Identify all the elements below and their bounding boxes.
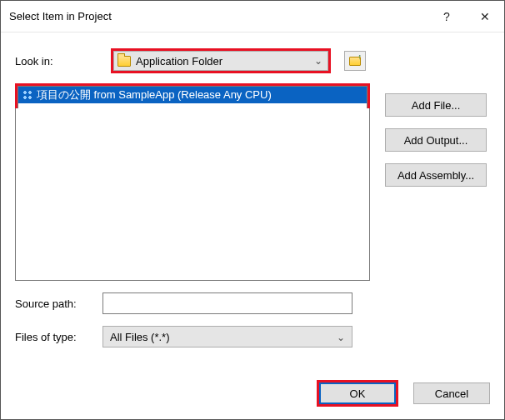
folder-icon — [118, 56, 131, 67]
up-one-level-button[interactable] — [344, 51, 366, 71]
cancel-button[interactable]: Cancel — [413, 382, 490, 404]
files-of-type-row: Files of type: All Files (*.*) ⌄ — [15, 326, 490, 348]
source-path-label: Source path: — [15, 298, 102, 310]
add-output-button[interactable]: Add Output... — [385, 128, 487, 152]
window-title: Select Item in Project — [9, 10, 112, 22]
ok-highlight-box: OK — [317, 380, 398, 407]
listbox-column: 項目の公開 from SampleApp (Release Any CPU) — [15, 83, 370, 281]
close-button[interactable]: ✕ — [466, 1, 504, 32]
folder-up-icon — [349, 57, 361, 66]
form-rows: Source path: Files of type: All Files (*… — [15, 292, 490, 348]
titlebar: Select Item in Project ? ✕ — [1, 1, 504, 32]
middle-area: 項目の公開 from SampleApp (Release Any CPU) A… — [15, 83, 490, 281]
lookin-highlight-box: Application Folder ⌄ — [111, 48, 331, 73]
chevron-down-icon: ⌄ — [337, 332, 345, 343]
select-item-dialog: Select Item in Project ? ✕ Look in: Appl… — [0, 0, 505, 420]
ok-button[interactable]: OK — [319, 382, 396, 404]
chevron-down-icon: ⌄ — [314, 55, 322, 67]
listbox-highlight-box: 項目の公開 from SampleApp (Release Any CPU) — [15, 83, 370, 108]
lookin-combobox[interactable]: Application Folder ⌄ — [113, 51, 328, 71]
list-item-label: 項目の公開 from SampleApp (Release Any CPU) — [37, 88, 272, 102]
files-of-type-combobox[interactable]: All Files (*.*) ⌄ — [102, 326, 352, 348]
add-assembly-button[interactable]: Add Assembly... — [385, 163, 487, 187]
lookin-row: Look in: Application Folder ⌄ — [15, 48, 490, 73]
files-of-type-value: All Files (*.*) — [110, 331, 170, 343]
source-path-input[interactable] — [102, 292, 352, 314]
project-items-listbox[interactable]: 項目の公開 from SampleApp (Release Any CPU) — [18, 86, 368, 109]
project-output-icon — [22, 89, 33, 101]
titlebar-controls: ? ✕ — [428, 1, 504, 32]
list-item[interactable]: 項目の公開 from SampleApp (Release Any CPU) — [18, 87, 367, 103]
lookin-value: Application Folder — [136, 55, 324, 68]
side-buttons: Add File... Add Output... Add Assembly..… — [385, 93, 487, 187]
dialog-content: Look in: Application Folder ⌄ — [2, 33, 503, 418]
files-of-type-label: Files of type: — [15, 331, 102, 343]
lookin-label: Look in: — [15, 55, 102, 68]
dialog-buttons: OK Cancel — [317, 380, 490, 407]
source-path-row: Source path: — [15, 292, 490, 314]
add-file-button[interactable]: Add File... — [385, 93, 487, 117]
help-button[interactable]: ? — [428, 1, 466, 32]
project-items-listbox-body[interactable] — [15, 108, 370, 281]
